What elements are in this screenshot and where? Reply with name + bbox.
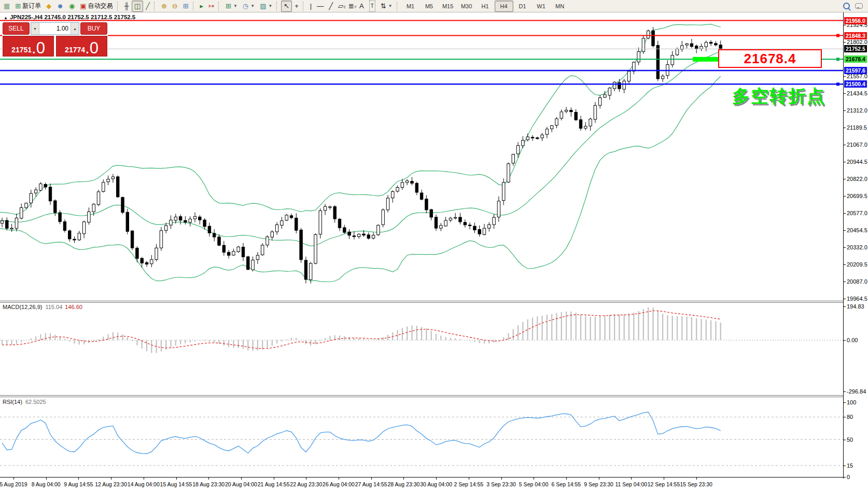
crosshair-button[interactable]: + xyxy=(292,1,301,12)
turning-point-annotation[interactable]: 多空转折点 xyxy=(732,85,825,108)
rsi-tick-label: 80 xyxy=(847,414,853,420)
text-label-icon: T xyxy=(369,1,375,12)
macd-indicator-label: MACD(12,26,9)115.04146.60 xyxy=(3,304,82,310)
text-button[interactable]: A xyxy=(357,1,367,12)
search-icon[interactable] xyxy=(843,3,850,9)
line-handle[interactable] xyxy=(836,58,839,61)
price-tick-label: 20087.0 xyxy=(847,278,867,285)
vertical-line-icon: | xyxy=(310,1,312,11)
price-annotation-box[interactable]: 21678.4 xyxy=(718,49,822,68)
price-tick-label: 20944.5 xyxy=(847,159,867,165)
chart-shift-button[interactable]: ↦ xyxy=(206,1,217,12)
time-label: 18 Aug 23:30 xyxy=(192,481,225,487)
time-tick xyxy=(111,478,111,480)
cursor-button[interactable]: ↖ xyxy=(281,1,292,12)
templates-dropdown[interactable]: ▨▼ xyxy=(257,1,275,12)
timeframe-m5-button[interactable]: M5 xyxy=(420,1,439,12)
macd-signal-line xyxy=(2,311,721,348)
price-scale[interactable]: 21924.521802.021557.021434.521312.021189… xyxy=(843,12,868,479)
time-tick xyxy=(631,478,632,480)
buy-price-button[interactable]: 21774.0 xyxy=(56,36,107,57)
time-label: 8 Aug 04:00 xyxy=(32,481,61,487)
new-order-button[interactable]: ⊞新订单 xyxy=(12,1,44,12)
time-tick xyxy=(144,478,144,480)
timeframe-d1-button[interactable]: D1 xyxy=(513,1,532,12)
line-chart-type-button[interactable]: ╱ xyxy=(143,1,152,12)
candlestick-chart-type-button[interactable]: ◫ xyxy=(132,1,143,12)
zoom-out-button[interactable]: ⊖ xyxy=(170,1,180,12)
price-tick-label: 21067.0 xyxy=(847,142,867,148)
fibonacci-button[interactable]: ≣F xyxy=(346,1,357,12)
volume-input[interactable] xyxy=(39,23,71,34)
time-tick xyxy=(241,478,242,480)
price-tick-label: 20699.5 xyxy=(847,193,867,199)
time-label: 5 Aug 2019 xyxy=(0,481,27,487)
sell-price-button[interactable]: 21751.0 xyxy=(3,36,54,57)
text-label-button[interactable]: T xyxy=(367,1,378,12)
volume-decrease-button[interactable]: ▼ xyxy=(31,23,39,34)
rsi-tick-label: 0 xyxy=(847,474,850,480)
zoom-in-icon: ⊕ xyxy=(161,1,167,11)
tile-windows-button[interactable]: ⊞ xyxy=(180,1,191,12)
time-label: 3 Sep 23:30 xyxy=(486,481,516,487)
panel-separator[interactable] xyxy=(0,395,868,397)
bollinger-middle-band xyxy=(0,52,721,246)
price-tick-label: 21312.0 xyxy=(847,107,867,114)
line-handle[interactable] xyxy=(836,34,839,37)
chart-title-text: JPN225-,H4 21745.0 21752.5 21712.5 21752… xyxy=(10,14,135,20)
symbols-icon[interactable]: ◆ xyxy=(44,1,54,12)
horizontal-line-button[interactable]: — xyxy=(314,1,326,12)
time-tick xyxy=(469,478,469,480)
price-tick-label: 20577.0 xyxy=(847,210,867,216)
time-label: 14 Aug 04:00 xyxy=(128,481,160,487)
equidistant-channel-button[interactable]: ▱E xyxy=(335,1,346,12)
time-tick xyxy=(403,478,404,480)
zoom-in-button[interactable]: ⊕ xyxy=(159,1,170,12)
time-label: 15 Sep 23:30 xyxy=(680,481,712,487)
time-tick xyxy=(339,478,339,480)
market-watch-icon[interactable]: ☻ xyxy=(54,1,66,12)
time-tick xyxy=(78,478,79,480)
panel-separator[interactable] xyxy=(0,301,868,303)
chart-window-icon[interactable]: ▦ xyxy=(1,1,12,12)
line-handle[interactable] xyxy=(836,82,839,86)
price-badge-21597.6: 21597.6 xyxy=(844,67,867,74)
macd-pane[interactable] xyxy=(0,303,843,395)
timeframe-m15-button[interactable]: M15 xyxy=(439,1,457,12)
time-tick xyxy=(176,478,177,480)
arrows-dropdown[interactable]: ⇅▼ xyxy=(378,1,395,12)
timeframe-h1-button[interactable]: H1 xyxy=(476,1,495,12)
time-label: 30 Aug 04:00 xyxy=(420,481,452,487)
time-axis[interactable]: 5 Aug 20198 Aug 04:009 Aug 14:5512 Aug 2… xyxy=(0,477,843,491)
new-chart-dropdown[interactable]: ⊞▼ xyxy=(223,1,240,12)
collapse-trade-panel-icon[interactable]: ▲ xyxy=(4,16,8,20)
price-badge-21678.4: 21678.4 xyxy=(844,55,867,63)
timeframe-h4-button[interactable]: H4 xyxy=(495,1,513,12)
timeframe-m1-button[interactable]: M1 xyxy=(401,1,420,12)
sell-button[interactable]: SELL xyxy=(3,22,30,35)
rsi-indicator-label: RSI(14)62.5025 xyxy=(3,399,46,405)
bar-chart-type-button[interactable]: ╫ xyxy=(122,1,132,12)
time-label: 28 Aug 23:30 xyxy=(387,481,419,487)
rsi-pane[interactable] xyxy=(0,397,843,477)
price-badge-21956.0: 21956.0 xyxy=(844,17,867,24)
time-tick xyxy=(274,478,274,480)
tile-windows-icon: ⊞ xyxy=(183,1,189,11)
profiles-dropdown[interactable]: ◷▼ xyxy=(240,1,257,12)
autotrading-button[interactable]: ▣自动交易 xyxy=(77,1,115,12)
chevron-down-icon: ▼ xyxy=(388,4,393,8)
trendline-button[interactable]: ╱ xyxy=(326,1,335,12)
buy-button[interactable]: BUY xyxy=(80,22,107,35)
main-chart-pane[interactable] xyxy=(0,12,843,301)
time-tick xyxy=(436,478,437,480)
chat-icon[interactable] xyxy=(855,3,863,9)
rsi-tick-label: 15 xyxy=(847,462,853,469)
vertical-line-button[interactable]: | xyxy=(307,1,314,12)
auto-scroll-button[interactable]: ▸ xyxy=(198,1,206,12)
timeframe-mn-button[interactable]: MN xyxy=(551,1,569,12)
signal-icon[interactable]: ◉ xyxy=(66,1,77,12)
time-tick xyxy=(534,478,534,480)
timeframe-m30-button[interactable]: M30 xyxy=(457,1,476,12)
volume-increase-button[interactable]: ▲ xyxy=(71,23,79,34)
timeframe-w1-button[interactable]: W1 xyxy=(532,1,551,12)
